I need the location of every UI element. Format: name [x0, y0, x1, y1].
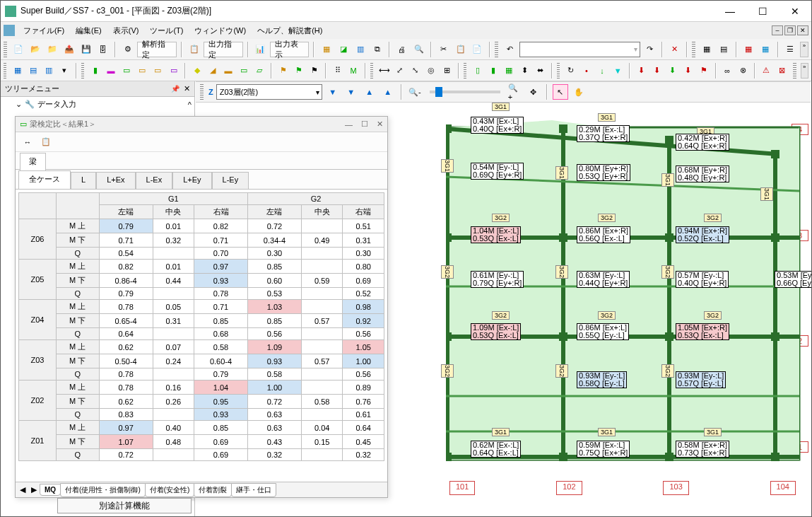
menu-view[interactable]: 表示(V)	[107, 23, 145, 39]
cell[interactable]: 0.93	[248, 354, 302, 368]
cell[interactable]: 0.01	[153, 260, 194, 274]
link1-icon[interactable]: ∞	[721, 63, 734, 79]
cell[interactable]: 0.80	[343, 260, 384, 274]
menu-file[interactable]: ファイル(F)	[18, 23, 70, 39]
output-set-button[interactable]: 出力指定	[204, 42, 243, 57]
menu-help[interactable]: ヘルプ、解説書(H)	[252, 23, 328, 39]
cell[interactable]: 0.76	[343, 395, 384, 409]
dim2-icon[interactable]: ⤢	[393, 63, 406, 79]
tb-misc2-icon[interactable]: ◪	[336, 42, 351, 57]
cell[interactable]: 0.58	[194, 340, 248, 354]
open-icon[interactable]: 📂	[28, 42, 43, 57]
analysis-button[interactable]: 解析指定	[137, 42, 177, 57]
bt-3[interactable]: 付着割裂	[194, 483, 232, 497]
pin-icon[interactable]: 📌	[171, 85, 180, 93]
cell[interactable]: 0.65-4	[99, 314, 153, 328]
tb-misc3-icon[interactable]: ▥	[353, 42, 367, 57]
mem-col-icon[interactable]: ▮	[88, 63, 102, 79]
dim1-icon[interactable]: ⟷	[377, 63, 391, 79]
arr5-icon[interactable]: ⚑	[697, 63, 710, 79]
print-icon[interactable]: 🖨	[394, 42, 409, 57]
cell[interactable]: 0.48	[153, 435, 194, 449]
cell[interactable]: 0.56	[343, 328, 384, 340]
cell[interactable]: 0.57	[301, 314, 343, 328]
cell[interactable]: 0.31	[343, 233, 384, 248]
cell[interactable]: 0.04	[301, 421, 343, 435]
cell[interactable]: 0.82	[99, 260, 153, 274]
view2-icon[interactable]: ▤	[717, 42, 731, 57]
grid1-icon[interactable]: ▦	[741, 42, 756, 57]
cell[interactable]: 0.59	[301, 274, 343, 288]
cell[interactable]: 0.30	[343, 248, 384, 260]
cell[interactable]: 0.78	[99, 300, 153, 314]
cell[interactable]: 0.63	[248, 421, 302, 435]
cell[interactable]: 0.34-4	[248, 233, 302, 248]
cell[interactable]	[153, 328, 194, 340]
cell[interactable]: 0.07	[153, 340, 194, 354]
cell[interactable]	[301, 409, 343, 421]
cell[interactable]: 0.54	[99, 248, 153, 260]
r2-icon[interactable]: •	[579, 63, 593, 79]
cell[interactable]: 0.69	[194, 449, 248, 461]
cut-icon[interactable]: ✂	[436, 42, 451, 57]
results-min-icon[interactable]: —	[345, 120, 353, 129]
cell[interactable]: 0.78	[99, 368, 153, 381]
cell[interactable]: 0.60	[248, 274, 302, 288]
bt-1[interactable]: 付着(使用性・損傷制御)	[60, 483, 146, 497]
layer-up-icon[interactable]: ▲	[362, 84, 377, 100]
flag3-icon[interactable]: ⚑	[307, 63, 321, 79]
cell[interactable]	[301, 368, 343, 381]
r3-icon[interactable]: ↓	[595, 63, 608, 79]
layer-down-icon[interactable]: ▼	[325, 84, 341, 100]
mdi-restore[interactable]: ❐	[784, 25, 796, 35]
cell[interactable]: 0.71	[194, 300, 248, 314]
toolbar-grip-2[interactable]	[495, 42, 498, 57]
cell[interactable]	[301, 260, 343, 274]
cell[interactable]: 0.83	[99, 409, 153, 421]
output-show-icon[interactable]: 📊	[253, 42, 268, 57]
close-button[interactable]: ✕	[779, 1, 811, 22]
bt-next[interactable]: ▶	[28, 485, 40, 494]
el4-icon[interactable]: ▾	[58, 63, 71, 79]
cell[interactable]: 1.00	[343, 354, 384, 368]
results-tool2-icon[interactable]: 📋	[38, 134, 54, 150]
toolbar2-overflow[interactable]: »	[801, 63, 808, 79]
redo-icon[interactable]: ↷	[642, 42, 657, 57]
results-tool1-icon[interactable]: ↔	[20, 134, 35, 150]
menu-tool[interactable]: ツール(T)	[144, 23, 189, 39]
cell[interactable]: 0.85	[194, 314, 248, 328]
cell[interactable]: 0.97	[99, 421, 153, 435]
cell[interactable]: 0.57	[301, 354, 343, 368]
cursor-mode-icon[interactable]: ↖	[553, 84, 568, 100]
ld1-icon[interactable]: ▯	[471, 63, 484, 79]
cell[interactable]: 0.01	[153, 219, 194, 233]
cell[interactable]: 0.16	[153, 381, 194, 395]
err-icon[interactable]: ⊠	[775, 63, 789, 79]
menu-edit[interactable]: 編集(E)	[70, 23, 107, 39]
arr3-icon[interactable]: ⬇	[666, 63, 679, 79]
open2-icon[interactable]: 📁	[45, 42, 60, 57]
cell[interactable]: 0.68	[194, 328, 248, 340]
folder-up-icon[interactable]: 📤	[62, 42, 77, 57]
view1-icon[interactable]: ▦	[700, 42, 714, 57]
zoom-out-icon[interactable]: 🔍-	[407, 84, 423, 100]
cell[interactable]: 0.40	[153, 421, 194, 435]
dim5-icon[interactable]: ⊞	[440, 63, 454, 79]
mem5-icon[interactable]: ▭	[151, 63, 165, 79]
bt-mq[interactable]: MQ	[40, 484, 61, 496]
toolbar-overflow[interactable]: »	[800, 42, 808, 57]
tb-misc1-icon[interactable]: ▦	[319, 42, 334, 57]
subtab-l-ey[interactable]: L-Ey	[212, 172, 249, 189]
el3-icon[interactable]: ▥	[42, 63, 56, 79]
cell[interactable]: 0.26	[153, 395, 194, 409]
cell[interactable]: 0.30	[248, 248, 302, 260]
cell[interactable]: 0.72	[99, 449, 153, 461]
cell[interactable]: 0.85	[248, 260, 302, 274]
tree-close-icon[interactable]: ✕	[184, 84, 190, 93]
layer-top-icon[interactable]: ▲	[380, 84, 396, 100]
r4-icon[interactable]: ▼	[611, 63, 625, 79]
mdi-close[interactable]: ✕	[797, 25, 808, 35]
cell[interactable]: 1.04	[194, 381, 248, 395]
cell[interactable]: 0.93	[194, 274, 248, 288]
results-grid[interactable]: G1 G2 左端中央右端 左端中央右端 Z06M 上0.790.010.820.…	[16, 190, 387, 482]
